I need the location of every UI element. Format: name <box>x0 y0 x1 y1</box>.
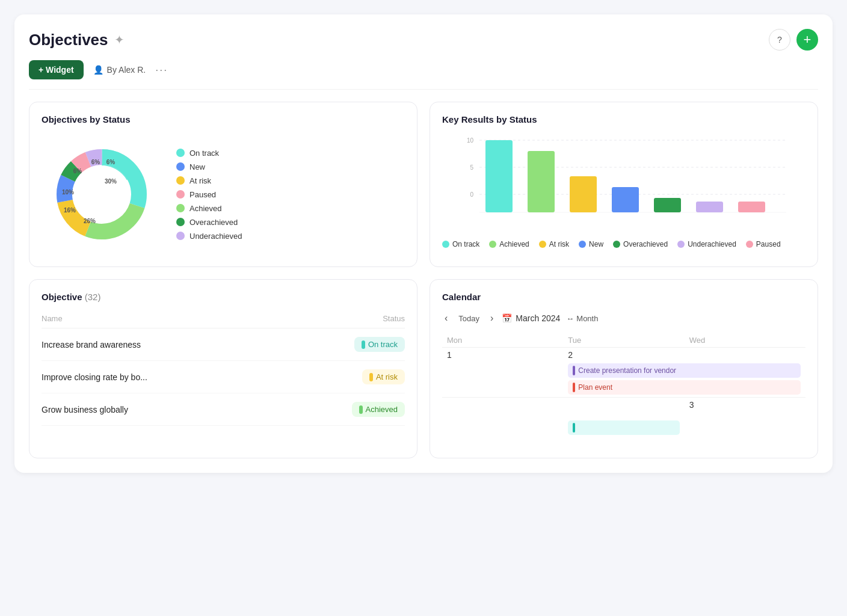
cal-body: 1 2 Create presentation for vendor Plan … <box>442 348 805 446</box>
row1-status: On track <box>283 328 405 361</box>
badge-atrisk-1: At risk <box>362 369 405 384</box>
svg-text:6%: 6% <box>73 168 82 174</box>
main-grid: Objectives by Status <box>29 102 818 458</box>
cal-row-2: 3 <box>442 398 805 446</box>
header: Objectives ✦ ? + <box>29 29 818 51</box>
calendar-date-label: 📅 March 2024 <box>502 313 560 323</box>
svg-text:6%: 6% <box>91 159 100 165</box>
objectives-card-title: Objective (32) <box>42 292 405 302</box>
bar-card-title: Key Results by Status <box>442 114 805 125</box>
add-button[interactable]: + <box>796 29 818 51</box>
legend-item-overachieved: Overachieved <box>176 218 242 227</box>
widget-button[interactable]: + Widget <box>29 60 84 79</box>
event-bar-vendor <box>573 366 575 375</box>
svg-text:5: 5 <box>470 164 473 171</box>
prev-button[interactable]: ‹ <box>442 312 450 325</box>
legend-dot-overachieved <box>176 218 185 226</box>
objectives-title: Objective <box>42 292 82 302</box>
header-left: Objectives ✦ <box>29 31 125 49</box>
bar-legend-ontrack: On track <box>442 240 479 248</box>
bar-legend-overachieved: Overachieved <box>613 240 668 248</box>
objectives-header-row: Name Status <box>42 309 405 328</box>
help-button[interactable]: ? <box>769 29 790 51</box>
day-num-3: 3 <box>689 400 801 410</box>
row2-status: At risk <box>283 361 405 393</box>
next-button[interactable]: › <box>488 312 496 325</box>
legend-label-overachieved: Overachieved <box>189 218 238 227</box>
legend-dot-atrisk <box>176 176 185 185</box>
calendar-card: Calendar ‹ Today › 📅 March 2024 ↔ Month <box>430 279 818 458</box>
table-row-3[interactable]: Grow business globally Achieved <box>42 393 405 426</box>
svg-text:10%: 10% <box>62 189 74 196</box>
cal-cell-mon-3 <box>442 398 563 446</box>
help-icon: ? <box>777 35 782 45</box>
legend-dot-paused <box>176 190 185 199</box>
today-button[interactable]: Today <box>456 313 482 324</box>
day-num-1: 1 <box>447 350 558 360</box>
view-selector[interactable]: ↔ Month <box>566 314 598 323</box>
bar-card: Key Results by Status 10 5 0 <box>430 102 818 267</box>
legend-item-ontrack: On track <box>176 149 242 158</box>
bar-underachieved <box>696 202 723 212</box>
cal-cell-mon: 1 <box>442 348 563 398</box>
svg-text:16%: 16% <box>64 207 76 214</box>
objectives-table-head: Name Status <box>42 309 405 328</box>
view-label: Month <box>576 314 598 323</box>
donut-svg: 30% 26% 16% 10% 6% 6% 6% <box>42 134 162 254</box>
resize-icon: ↔ <box>566 314 574 323</box>
user-filter: 👤 By Alex R. <box>93 65 146 75</box>
day-num-2: 2 <box>568 350 801 360</box>
cal-row-1: 1 2 Create presentation for vendor Plan … <box>442 348 805 398</box>
col-name: Name <box>42 309 283 328</box>
bar-legend-underachieved: Underachieved <box>677 240 736 248</box>
star-icon[interactable]: ✦ <box>114 32 125 47</box>
legend-label-paused: Paused <box>189 190 216 199</box>
badge-ontrack-1: On track <box>354 337 405 352</box>
legend-item-achieved: Achieved <box>176 204 242 213</box>
svg-text:10: 10 <box>467 137 474 144</box>
toolbar: + Widget 👤 By Alex R. ··· <box>29 60 818 90</box>
row1-name: Increase brand awareness <box>42 328 283 361</box>
event-plan[interactable]: Plan event <box>568 380 801 395</box>
legend-label-achieved: Achieved <box>189 204 221 213</box>
event-teal[interactable] <box>568 420 679 435</box>
legend-label-new: New <box>189 162 205 171</box>
bar-overachieved <box>654 198 681 212</box>
legend-dot-ontrack <box>176 149 185 157</box>
cal-cell-wed-3: 3 <box>685 398 805 446</box>
bar-paused <box>738 202 765 212</box>
event-vendor[interactable]: Create presentation for vendor <box>568 363 801 378</box>
user-label: By Alex R. <box>107 65 146 75</box>
table-row-2[interactable]: Improve closing rate by bo... At risk <box>42 361 405 393</box>
donut-card-title: Objectives by Status <box>42 114 405 125</box>
svg-text:26%: 26% <box>84 218 96 224</box>
legend-label-ontrack: On track <box>189 149 219 158</box>
bar-new <box>612 187 639 212</box>
objectives-count: (32) <box>85 292 101 302</box>
legend-item-underachieved: Underachieved <box>176 232 242 241</box>
cal-header-row: Mon Tue Wed <box>442 333 805 348</box>
badge-achieved-1: Achieved <box>352 402 405 417</box>
calendar-card-title: Calendar <box>442 292 805 302</box>
month-label: March 2024 <box>516 313 560 323</box>
plus-icon: + <box>804 32 812 48</box>
calendar-icon: 📅 <box>502 313 512 323</box>
cal-cell-tue: 2 Create presentation for vendor Plan ev… <box>563 348 805 398</box>
legend-label-atrisk: At risk <box>189 176 211 185</box>
col-status: Status <box>283 309 405 328</box>
legend-item-atrisk: At risk <box>176 176 242 185</box>
page-title: Objectives <box>29 31 108 49</box>
donut-chart: 30% 26% 16% 10% 6% 6% 6% <box>42 134 162 254</box>
bar-legend-achieved: Achieved <box>489 240 529 248</box>
legend-item-new: New <box>176 162 242 171</box>
bar-legend-atrisk: At risk <box>539 240 569 248</box>
svg-text:30%: 30% <box>105 178 117 185</box>
bar-legend-new: New <box>579 240 603 248</box>
bar-legend: On track Achieved At risk New Overachiev… <box>442 240 805 248</box>
objectives-card: Objective (32) Name Status Increase bran… <box>29 279 417 458</box>
donut-legend: On track New At risk Paused <box>176 149 242 241</box>
row2-name: Improve closing rate by bo... <box>42 361 283 393</box>
more-button[interactable]: ··· <box>155 64 168 76</box>
event-plan-label: Plan event <box>578 383 612 392</box>
table-row-1[interactable]: Increase brand awareness On track <box>42 328 405 361</box>
